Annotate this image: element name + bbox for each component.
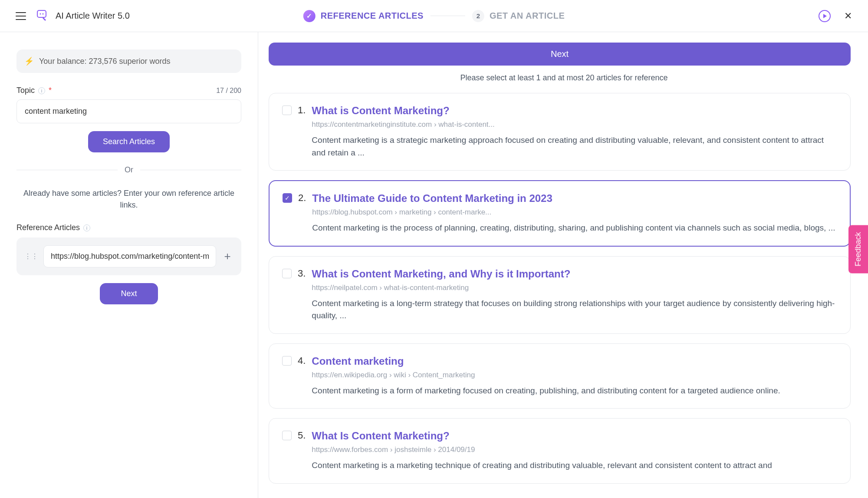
article-title[interactable]: Content marketing — [312, 355, 837, 367]
main-next-button[interactable]: Next — [269, 43, 851, 66]
already-have-text: Already have some articles? Enter your o… — [16, 188, 241, 211]
svg-rect-0 — [37, 10, 46, 17]
article-snippet: Content marketing is the process of plan… — [312, 222, 837, 234]
article-checkbox[interactable] — [282, 269, 292, 278]
article-title[interactable]: What is Content Marketing, and Why is it… — [312, 268, 837, 280]
reference-url-input[interactable] — [43, 245, 216, 267]
article-card[interactable]: 4.Content marketinghttps://en.wikipedia.… — [269, 343, 851, 409]
drag-handle-icon[interactable]: ⋮⋮ — [24, 252, 38, 261]
reference-input-box: ⋮⋮ + — [16, 237, 241, 275]
article-checkbox[interactable] — [282, 106, 292, 115]
step1-label: REFERENCE ARTICLES — [321, 11, 424, 21]
reference-articles-label: Reference Articles — [16, 223, 80, 232]
writer-icon — [35, 9, 49, 23]
article-checkbox[interactable]: ✓ — [283, 193, 292, 203]
article-title[interactable]: What is Content Marketing? — [312, 105, 837, 117]
article-url: https://en.wikipedia.org › wiki › Conten… — [312, 371, 837, 379]
article-number: 4. — [298, 355, 306, 397]
article-snippet: Content marketing is a strategic marketi… — [312, 134, 837, 159]
article-number: 1. — [298, 105, 306, 159]
step-reference-articles[interactable]: ✓ REFERENCE ARTICLES — [303, 10, 424, 22]
article-snippet: Content marketing is a form of marketing… — [312, 385, 837, 397]
article-card[interactable]: 3.What is Content Marketing, and Why is … — [269, 256, 851, 334]
checkmark-icon: ✓ — [303, 10, 316, 22]
article-title[interactable]: What Is Content Marketing? — [312, 430, 837, 442]
plus-icon[interactable]: + — [221, 250, 233, 263]
article-url: https://contentmarketinginstitute.com › … — [312, 120, 837, 129]
balance-bar: ⚡ Your balance: 273,576 superior words — [16, 49, 241, 73]
required-asterisk: * — [49, 86, 52, 95]
topic-label: Topic — [16, 86, 35, 95]
article-checkbox[interactable] — [282, 356, 292, 366]
menu-icon[interactable] — [16, 12, 26, 20]
article-url: https://neilpatel.com › what-is-content-… — [312, 284, 837, 292]
topic-char-count: 17 / 200 — [216, 87, 241, 95]
svg-point-1 — [40, 13, 41, 14]
app-logo: AI Article Writer 5.0 — [35, 9, 130, 23]
article-checkbox[interactable] — [282, 431, 292, 440]
article-url: https://blog.hubspot.com › marketing › c… — [312, 208, 837, 217]
article-card[interactable]: 5.What Is Content Marketing?https://www.… — [269, 418, 851, 484]
step2-number: 2 — [472, 10, 484, 22]
bolt-icon: ⚡ — [24, 56, 34, 66]
info-icon[interactable]: i — [38, 87, 45, 94]
step-get-article[interactable]: 2 GET AN ARTICLE — [472, 10, 565, 22]
search-articles-button[interactable]: Search Articles — [88, 131, 170, 152]
sidebar-next-button[interactable]: Next — [100, 283, 158, 304]
article-url: https://www.forbes.com › joshsteimle › 2… — [312, 445, 837, 454]
article-card[interactable]: ✓2.The Ultimate Guide to Content Marketi… — [269, 180, 851, 247]
app-title: AI Article Writer 5.0 — [56, 11, 130, 21]
close-icon[interactable]: ✕ — [844, 10, 852, 22]
info-icon[interactable]: i — [83, 224, 90, 231]
separator-line — [16, 170, 118, 170]
step2-label: GET AN ARTICLE — [490, 11, 565, 21]
feedback-tab[interactable]: Feedback — [848, 225, 868, 273]
balance-text: Your balance: 273,576 superior words — [39, 57, 171, 66]
play-icon[interactable] — [819, 10, 831, 22]
article-card[interactable]: 1.What is Content Marketing?https://cont… — [269, 93, 851, 171]
article-snippet: Content marketing is a marketing techniq… — [312, 459, 837, 472]
or-text: Or — [125, 165, 133, 175]
article-title[interactable]: The Ultimate Guide to Content Marketing … — [312, 192, 837, 204]
article-number: 5. — [298, 430, 306, 472]
separator-line — [140, 170, 241, 170]
topic-input[interactable] — [16, 99, 241, 123]
article-number: 2. — [298, 192, 306, 234]
selection-help-text: Please select at least 1 and at most 20 … — [269, 73, 859, 82]
article-number: 3. — [298, 268, 306, 322]
step-separator — [431, 16, 465, 16]
article-snippet: Content marketing is a long-term strateg… — [312, 297, 837, 322]
svg-point-2 — [43, 13, 44, 14]
